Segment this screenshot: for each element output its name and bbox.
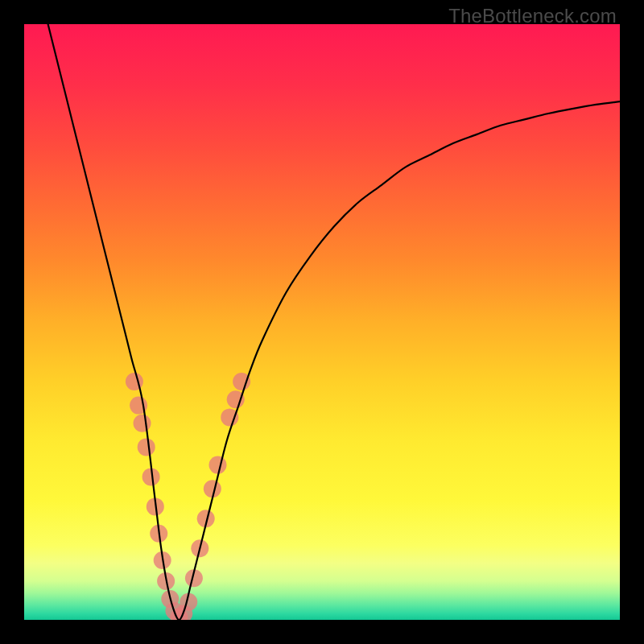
chart-frame: TheBottleneck.com: [0, 0, 644, 644]
data-marker: [138, 438, 155, 456]
data-marker: [134, 415, 151, 432]
watermark-text: TheBottleneck.com: [448, 5, 617, 27]
bottleneck-curve: [48, 24, 620, 620]
curve-layer: [24, 24, 620, 620]
plot-area: [24, 24, 620, 620]
data-marker: [209, 456, 227, 474]
